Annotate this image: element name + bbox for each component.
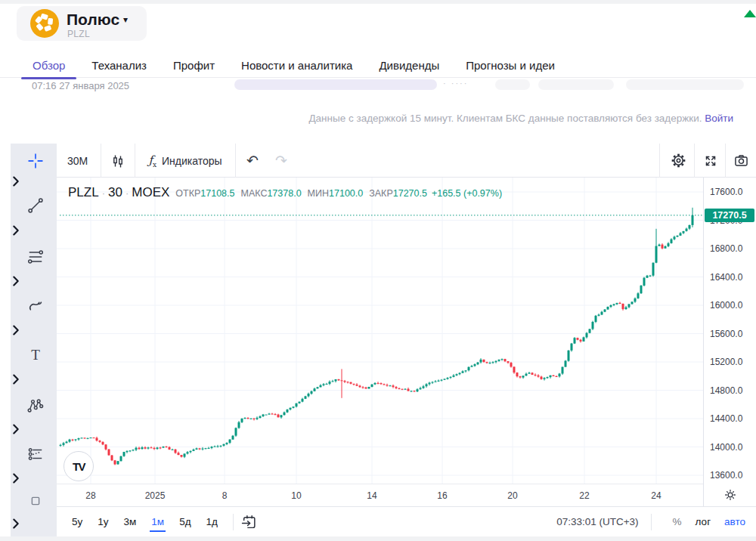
quote-timestamp: 07:16 27 января 2025 <box>32 80 129 91</box>
chevron-down-icon: ▾ <box>123 14 128 25</box>
indicators-button[interactable]: ƒx Индикаторы <box>136 144 234 178</box>
expand-fib-chevron-icon[interactable] <box>9 274 23 288</box>
low-label: МИН <box>308 188 329 199</box>
crosshair-tool-icon[interactable] <box>27 153 44 169</box>
ticker-symbol: PLZL <box>67 29 90 39</box>
fx-icon: ƒx <box>148 153 156 168</box>
chart-legend: PLZL·30·MOEXОТКР17108.5МАКС17378.0МИН171… <box>68 185 502 200</box>
top-edge-strip <box>0 0 756 4</box>
price-tick-label: 16400.0 <box>710 272 742 283</box>
shape-rectangle-tool-icon[interactable] <box>27 493 44 509</box>
brush-tool-icon[interactable] <box>27 298 44 314</box>
session-clock[interactable]: 07:33:01 (UTC+3) <box>556 516 638 527</box>
change-value: +165.5 (+0.97%) <box>432 188 502 199</box>
undo-icon: ↶ <box>246 152 259 169</box>
redo-icon: ↷ <box>275 152 287 169</box>
high-label: МАКС <box>240 188 267 199</box>
indicators-label: Индикаторы <box>162 155 222 167</box>
price-tick-label: 16800.0 <box>710 243 742 254</box>
faded-chip <box>538 79 614 90</box>
redo-button[interactable]: ↷ <box>267 144 296 178</box>
price-tick-label: 16000.0 <box>710 300 742 311</box>
time-tick-label: 28 <box>76 490 106 501</box>
faded-chip <box>495 79 530 90</box>
chart-bottom-bar: 5у1у3м1м5д1д 07:33:01 (UTC+3) % лог авто <box>57 506 756 536</box>
tab-bar: ОбзорТеханализПрофитНовости и аналитикаД… <box>0 56 756 78</box>
time-tick-label: 24 <box>641 490 671 501</box>
text-tool-icon[interactable]: T <box>27 347 44 363</box>
tab-prognozy-i-idei[interactable]: Прогнозы и идеи <box>454 56 566 77</box>
delayed-data-notice: Данные с задержкой 15 минут. Клиентам БК… <box>0 113 733 124</box>
candle-style-button[interactable] <box>102 144 134 178</box>
interval-button[interactable]: 30М <box>57 144 98 178</box>
fib-retracement-tool-icon[interactable] <box>27 249 44 265</box>
percent-scale-button[interactable]: % <box>673 516 682 527</box>
snapshot-button[interactable] <box>727 144 756 178</box>
time-tick-label: 16 <box>427 490 457 501</box>
price-tick-label: 14000.0 <box>710 442 742 453</box>
time-tick-label: 8 <box>209 490 240 501</box>
price-tick-label: 14400.0 <box>710 413 742 424</box>
time-axis[interactable]: 2820258101416202224 <box>57 484 703 506</box>
legend-symbol[interactable]: PLZL <box>68 185 99 199</box>
expand-crosshair-chevron-icon[interactable] <box>9 175 23 188</box>
tradingview-logo-icon: TV <box>73 460 85 473</box>
tab-tehanaliz[interactable]: Теханализ <box>80 56 158 77</box>
tab-obzor[interactable]: Обзор <box>21 56 76 77</box>
range-5d[interactable]: 5д <box>172 513 198 530</box>
chart-toolbar: 30М ƒx Индикаторы ↶ ↷ <box>57 144 756 178</box>
faded-dots: · ···· <box>443 79 468 88</box>
range-1d[interactable]: 1д <box>199 513 225 530</box>
range-5y[interactable]: 5у <box>64 513 90 530</box>
price-tick-label: 15600.0 <box>710 329 742 339</box>
price-axis[interactable]: 17270.5 17600.017200.016800.016400.01600… <box>703 178 756 505</box>
time-tick-label: 22 <box>569 490 600 501</box>
axis-corner[interactable] <box>703 484 756 506</box>
tab-dividendy[interactable]: Дивиденды <box>367 56 451 77</box>
range-1m[interactable]: 1м <box>144 513 172 530</box>
range-3m[interactable]: 3м <box>116 513 144 530</box>
range-1y[interactable]: 1у <box>90 513 116 530</box>
price-tick-label: 14800.0 <box>710 385 742 396</box>
expand-text-chevron-icon[interactable] <box>9 373 23 386</box>
auto-scale-button[interactable]: авто <box>724 516 745 527</box>
gear-icon <box>671 153 686 168</box>
xabcd-pattern-tool-icon[interactable] <box>27 397 44 414</box>
time-tick-label: 2025 <box>140 490 170 501</box>
candlestick-plot[interactable]: TV PLZL·30·MOEXОТКР17108.5МАКС17378.0МИН… <box>57 178 703 484</box>
login-link[interactable]: Войти <box>705 113 733 124</box>
tab-profit[interactable]: Профит <box>162 56 226 77</box>
camera-icon <box>733 153 749 168</box>
bottom-edge-strip <box>0 536 756 541</box>
tab-novosti-i-analitika[interactable]: Новости и аналитика <box>230 56 364 77</box>
time-tick-label: 10 <box>281 490 311 501</box>
long-short-position-tool-icon[interactable] <box>27 446 44 462</box>
undo-button[interactable]: ↶ <box>238 144 267 178</box>
price-tick-label: 17600.0 <box>710 187 742 197</box>
fullscreen-button[interactable] <box>696 144 726 178</box>
time-tick-label: 14 <box>357 490 387 501</box>
price-tick-label: 15200.0 <box>710 357 742 367</box>
last-price-badge: 17270.5 <box>705 209 754 222</box>
tradingview-watermark[interactable]: TV <box>64 451 94 481</box>
expand-position-chevron-icon[interactable] <box>9 471 23 485</box>
expand-brush-chevron-icon[interactable] <box>9 323 23 337</box>
open-label: ОТКР <box>175 188 200 199</box>
low-value: 17100.0 <box>329 188 363 199</box>
expand-lines-chevron-icon[interactable] <box>9 224 23 237</box>
open-value: 17108.5 <box>200 188 234 199</box>
expand-shape-chevron-icon[interactable] <box>9 517 23 530</box>
time-tick-label: 20 <box>497 490 528 501</box>
log-scale-button[interactable]: лог <box>696 516 711 527</box>
go-to-date-button[interactable] <box>241 514 257 530</box>
expand-pattern-chevron-icon[interactable] <box>9 422 23 436</box>
close-value: 17270.5 <box>393 188 427 199</box>
company-name[interactable]: Полюс▾ <box>67 11 128 29</box>
trend-line-tool-icon[interactable] <box>27 197 44 214</box>
legend-interval: 30 <box>108 185 122 199</box>
chart-settings-button[interactable] <box>662 144 695 178</box>
faded-chip <box>626 79 744 90</box>
trend-up-arrow-icon <box>744 10 756 17</box>
range-selector: 5у1у3м1м5д1д <box>64 513 225 530</box>
fullscreen-icon <box>703 153 718 168</box>
